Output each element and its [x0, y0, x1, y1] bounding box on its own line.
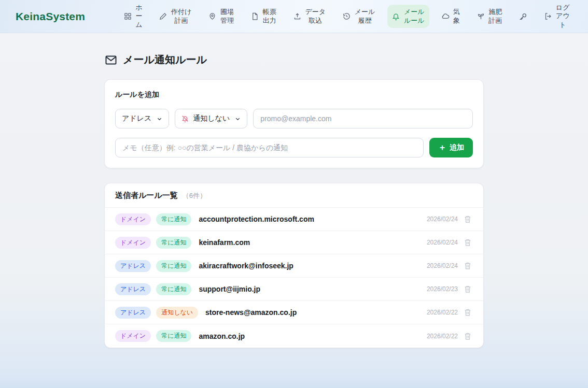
rule-date: 2026/02/23 [427, 285, 458, 293]
trash-icon [464, 215, 472, 223]
rule-date: 2026/02/24 [427, 239, 458, 246]
rule-date: 2026/02/24 [427, 215, 458, 223]
add-rule-card: ルールを追加 アドレス 通知しない ＋ [104, 79, 484, 168]
type-badge: アドレス [115, 283, 151, 295]
rules-list-header: 送信者ルール一覧 （6件） [105, 183, 483, 208]
memo-input[interactable] [115, 138, 424, 157]
nav-item-weather[interactable]: 気象 [437, 5, 465, 28]
nav-item-field-management[interactable]: 圃場管理 [204, 5, 239, 28]
rule-row-right: 2026/02/24 [427, 261, 473, 271]
rules-list-body: ドメイン 常に通知 accountprotection.microsoft.co… [105, 208, 483, 348]
nav-item-label: ホーム [135, 4, 143, 29]
nav-item-mail-rules[interactable]: メールルール [387, 5, 429, 28]
nav-item-label: 帳票出力 [262, 8, 276, 25]
nav-item-password-key[interactable] [514, 9, 532, 24]
map-pin-icon [208, 12, 216, 20]
nav-item-label: メールルール [403, 8, 425, 25]
nav-item-label: データ取込 [305, 8, 326, 25]
rule-date: 2026/02/24 [427, 262, 458, 269]
action-badge: 常に通知 [156, 330, 191, 342]
action-badge: 常に通知 [156, 213, 191, 225]
nav-item-mail-history[interactable]: メール履歴 [338, 5, 380, 28]
top-nav: KeinaSystem ホーム 作付け計画 圃場管理 帳票出力 [0, 0, 588, 33]
bell-icon [392, 12, 400, 20]
trash-icon [464, 238, 472, 247]
rule-row: アドレス 通知しない store-news@amazon.co.jp 2026/… [105, 301, 483, 324]
rule-row-right: 2026/02/22 [427, 331, 473, 341]
rule-pattern: support@iijmio.jp [199, 285, 260, 293]
rule-row-right: 2026/02/24 [427, 214, 473, 224]
rule-pattern: akiracraftwork@infoseek.jp [199, 262, 293, 270]
key-icon [519, 12, 527, 21]
action-badge: 常に通知 [156, 260, 191, 272]
cloud-icon [442, 12, 450, 20]
chevron-down-icon [235, 116, 241, 122]
brand-logo[interactable]: KeinaSystem [16, 10, 85, 23]
rule-row: ドメイン 常に通知 keinafarm.com 2026/02/24 [105, 231, 483, 254]
logout-icon [544, 12, 552, 20]
delete-rule-button[interactable] [463, 284, 473, 294]
rule-row: ドメイン 常に通知 accountprotection.microsoft.co… [105, 208, 483, 231]
nav-item-label: 作付け計画 [171, 8, 192, 25]
rule-row: アドレス 常に通知 akiracraftwork@infoseek.jp 202… [105, 254, 483, 278]
rule-action-select[interactable]: 通知しない [175, 109, 247, 128]
type-badge: アドレス [115, 260, 151, 272]
nav-item-label: 施肥計画 [488, 8, 502, 25]
add-rule-button-label: 追加 [450, 143, 464, 152]
rules-list-heading: 送信者ルール一覧 [115, 191, 178, 200]
action-badge: 常に通知 [156, 283, 191, 295]
nav-item-label: メール履歴 [354, 8, 375, 25]
rule-type-select-value: アドレス [122, 114, 151, 123]
type-badge: ドメイン [115, 213, 151, 225]
document-icon [251, 12, 259, 20]
envelope-icon [105, 54, 117, 66]
rule-action-select-value: 通知しない [193, 114, 230, 123]
add-rule-heading: ルールを追加 [115, 90, 473, 99]
rule-pattern: amazon.co.jp [199, 332, 245, 340]
delete-rule-button[interactable] [463, 331, 473, 341]
nav-item-logout[interactable]: ログアウト [540, 1, 575, 32]
add-rule-row-2: ＋ 追加 [115, 138, 473, 157]
pencil-icon [159, 12, 167, 20]
rules-list-card: 送信者ルール一覧 （6件） ドメイン 常に通知 accountprotectio… [104, 183, 484, 348]
trash-icon [464, 285, 472, 293]
type-badge: ドメイン [115, 330, 151, 342]
plus-icon: ＋ [438, 143, 446, 152]
delete-rule-button[interactable] [463, 214, 473, 224]
add-rule-row-1: アドレス 通知しない [115, 109, 473, 128]
nav-item-home[interactable]: ホーム [119, 1, 147, 32]
rule-date: 2026/02/22 [427, 333, 458, 340]
action-badge: 通知しない [156, 307, 198, 319]
delete-rule-button[interactable] [463, 307, 473, 318]
history-icon [343, 12, 351, 20]
delete-rule-button[interactable] [463, 261, 473, 271]
add-rule-button[interactable]: ＋ 追加 [429, 138, 473, 157]
address-input[interactable] [253, 109, 473, 128]
rule-pattern: accountprotection.microsoft.com [199, 215, 314, 223]
nav-items: ホーム 作付け計画 圃場管理 帳票出力 データ取込 [119, 1, 575, 32]
type-badge: アドレス [115, 307, 151, 319]
page-title: メール通知ルール [105, 53, 484, 67]
page-title-text: メール通知ルール [123, 53, 207, 67]
nav-item-label: ログアウト [556, 4, 570, 29]
nav-item-fertilizer-plan[interactable]: 施肥計画 [472, 5, 507, 28]
trash-icon [464, 332, 472, 340]
nav-item-data-import[interactable]: データ取込 [289, 5, 331, 28]
rule-date: 2026/02/22 [427, 309, 458, 316]
rule-row: ドメイン 常に通知 amazon.co.jp 2026/02/22 [105, 324, 483, 348]
delete-rule-button[interactable] [463, 237, 473, 248]
rule-row-right: 2026/02/23 [427, 284, 473, 294]
nav-item-label: 気象 [453, 8, 460, 25]
bell-off-icon [181, 115, 189, 122]
nav-item-planting-plan[interactable]: 作付け計画 [155, 5, 197, 28]
rule-row-right: 2026/02/24 [427, 237, 473, 248]
rule-type-select[interactable]: アドレス [115, 109, 169, 128]
rule-row-right: 2026/02/22 [427, 307, 473, 318]
nav-item-label: 圃場管理 [220, 8, 234, 25]
trash-icon [464, 262, 472, 270]
trash-icon [464, 308, 472, 317]
upload-icon [293, 12, 301, 20]
main-content: メール通知ルール ルールを追加 アドレス 通知しない [104, 33, 484, 348]
type-badge: ドメイン [115, 237, 151, 249]
nav-item-report-output[interactable]: 帳票出力 [246, 5, 281, 28]
